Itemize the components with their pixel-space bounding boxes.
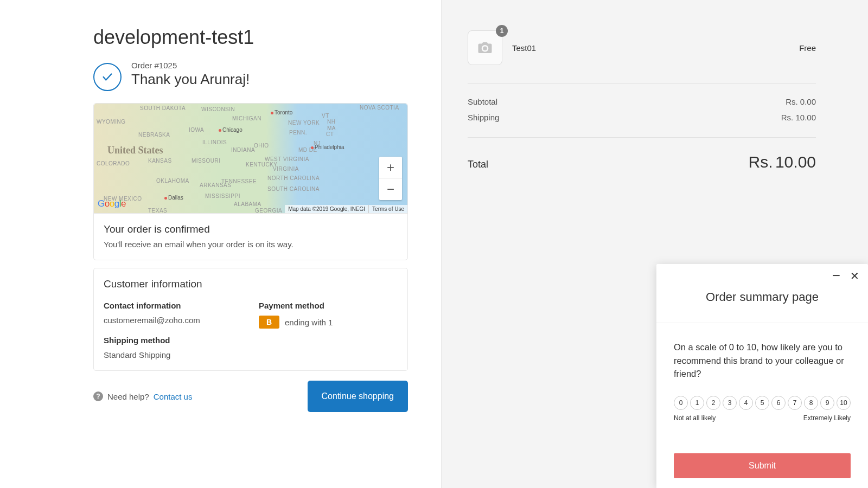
nps-option-3[interactable]: 3: [723, 396, 737, 410]
survey-popup: − ✕ Order summary page On a scale of 0 t…: [656, 264, 868, 488]
customer-info-title: Customer information: [104, 278, 398, 290]
map-zoom-out-button[interactable]: −: [379, 178, 402, 200]
contact-info-heading: Contact information: [104, 301, 242, 310]
payment-card-icon: B: [259, 316, 279, 329]
close-icon[interactable]: ✕: [850, 271, 859, 285]
survey-submit-button[interactable]: Submit: [674, 453, 851, 478]
item-name: Test01: [512, 43, 789, 53]
total-label: Total: [468, 159, 488, 170]
thank-you-text: Thank you Arunraj!: [131, 71, 250, 88]
contact-info-value: customeremail@zoho.com: [104, 316, 242, 325]
help-icon: ?: [93, 391, 103, 401]
continue-shopping-button[interactable]: Continue shopping: [308, 381, 408, 412]
nps-option-4[interactable]: 4: [739, 396, 753, 410]
map-confirm-card: United States SOUTH DAKOTA WYOMING NEBRA…: [93, 103, 408, 260]
customer-info-card: Customer information Contact information…: [93, 268, 408, 371]
order-confirmed-subtext: You'll receive an email when your order …: [104, 240, 398, 249]
help-text: Need help?: [107, 392, 149, 401]
nps-high-label: Extremely Likely: [803, 414, 851, 422]
map[interactable]: United States SOUTH DAKOTA WYOMING NEBRA…: [94, 104, 407, 214]
survey-title: Order summary page: [656, 287, 868, 323]
map-label-us: United States: [107, 145, 163, 156]
checkmark-icon: [93, 63, 122, 91]
shipping-method-value: Standard Shipping: [104, 350, 242, 359]
nps-option-7[interactable]: 7: [788, 396, 802, 410]
survey-question: On a scale of 0 to 10, how likely are yo…: [674, 341, 851, 381]
nps-option-9[interactable]: 9: [820, 396, 834, 410]
nps-option-6[interactable]: 6: [771, 396, 786, 410]
nps-option-10[interactable]: 10: [837, 396, 851, 410]
nps-option-8[interactable]: 8: [804, 396, 818, 410]
google-logo: Google: [98, 198, 126, 209]
subtotal-value: Rs. 0.00: [786, 97, 816, 106]
line-item: 1 Test01 Free: [468, 30, 816, 84]
map-terms-link[interactable]: Terms of Use: [368, 205, 407, 213]
contact-us-link[interactable]: Contact us: [154, 392, 193, 401]
total-value: 10.00: [775, 153, 816, 171]
minimize-icon[interactable]: −: [832, 268, 840, 282]
nps-scale: 0 1 2 3 4 5 6 7 8 9 10: [674, 396, 851, 410]
nps-option-2[interactable]: 2: [706, 396, 720, 410]
map-attribution: Map data ©2019 Google, INEGI Terms of Us…: [285, 205, 407, 213]
store-name: development-test1: [93, 26, 409, 49]
item-quantity-badge: 1: [496, 25, 508, 37]
shipping-value: Rs. 10.00: [781, 113, 816, 122]
map-zoom-in-button[interactable]: +: [379, 157, 402, 178]
map-zoom-controls: + −: [379, 157, 402, 200]
subtotal-label: Subtotal: [468, 97, 497, 106]
totals: SubtotalRs. 0.00 ShippingRs. 10.00: [468, 84, 816, 138]
thank-you-header: Order #1025 Thank you Arunraj!: [93, 61, 409, 91]
nps-low-label: Not at all likely: [674, 414, 716, 422]
nps-option-0[interactable]: 0: [674, 396, 688, 410]
total-currency: Rs.: [748, 153, 773, 171]
nps-option-1[interactable]: 1: [690, 396, 704, 410]
shipping-method-heading: Shipping method: [104, 336, 242, 345]
order-confirmed-title: Your order is confirmed: [104, 223, 398, 235]
order-number: Order #1025: [131, 61, 250, 70]
shipping-label: Shipping: [468, 113, 499, 122]
nps-option-5[interactable]: 5: [755, 396, 769, 410]
product-thumbnail: [468, 30, 502, 65]
item-price: Free: [799, 43, 816, 53]
payment-method-value: ending with 1: [285, 318, 333, 327]
payment-method-heading: Payment method: [259, 301, 398, 310]
